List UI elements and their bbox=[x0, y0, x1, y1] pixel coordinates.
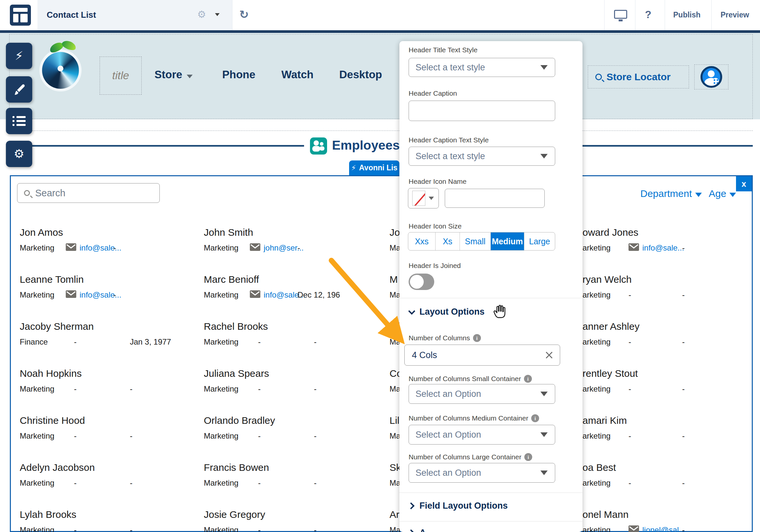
employee-name: Rachel Brooks bbox=[204, 321, 268, 332]
employee-details-row: Marketing-- bbox=[204, 431, 388, 443]
store-locator[interactable]: Store Locator bbox=[588, 66, 689, 88]
employee-name: M bbox=[390, 274, 398, 285]
columns-small-container-select[interactable]: Select an Option bbox=[408, 384, 555, 404]
employee-department: arketing bbox=[583, 243, 610, 253]
header-caption-text-style-select[interactable]: Select a text style bbox=[408, 147, 555, 166]
columns-large-container-select[interactable]: Select an Option bbox=[408, 463, 555, 483]
nav-item-phone[interactable]: Phone bbox=[222, 69, 256, 81]
nav-item-desktop[interactable]: Desktop bbox=[339, 69, 382, 81]
chevron-down-icon bbox=[429, 197, 434, 200]
employee-details-row: Marketinginfo@sale...- bbox=[20, 243, 204, 255]
info-icon[interactable]: i bbox=[531, 414, 539, 422]
divider bbox=[400, 521, 583, 521]
employee-department: Marketing bbox=[204, 290, 238, 300]
icon-size-xs-button[interactable]: Xs bbox=[435, 232, 459, 250]
employee-field-value: - bbox=[314, 337, 316, 347]
employee-name: John Smith bbox=[204, 227, 253, 238]
icon-size-small-button[interactable]: Small bbox=[459, 232, 491, 250]
rail-pages-button[interactable] bbox=[6, 108, 32, 134]
field-label: Header Title Text Style bbox=[408, 46, 478, 54]
employee-details-row: arketinglionel@sal...- bbox=[583, 525, 760, 532]
refresh-icon[interactable]: ↻ bbox=[239, 8, 249, 21]
employee-details-row: Finance-Jan 3, 1977 bbox=[20, 337, 204, 349]
employee-department: Ma bbox=[390, 337, 401, 347]
employee-name: Jon Amos bbox=[20, 227, 63, 238]
nav-item-store[interactable]: Store bbox=[155, 69, 193, 81]
help-icon[interactable]: ? bbox=[645, 9, 651, 21]
employee-department: arketing bbox=[583, 478, 610, 488]
preview-button[interactable]: Preview bbox=[721, 11, 749, 20]
rail-components-button[interactable]: ⚡ bbox=[6, 43, 32, 69]
info-icon[interactable]: i bbox=[524, 453, 532, 461]
divider bbox=[400, 298, 583, 298]
rail-settings-button[interactable]: ⚙ bbox=[6, 141, 32, 167]
field-layout-options-section-header[interactable]: Field Layout Options bbox=[408, 501, 508, 511]
info-icon[interactable]: i bbox=[524, 375, 532, 383]
badge-label: Avonni Lis bbox=[359, 164, 398, 172]
employee-department: arketing bbox=[583, 525, 610, 532]
icon-size-medium-button[interactable]: Medium bbox=[491, 232, 524, 250]
employee-field-value: - bbox=[629, 384, 631, 394]
layout-options-section-header[interactable]: Layout Options bbox=[408, 307, 485, 317]
employee-name: Ar bbox=[390, 509, 400, 520]
employee-email-link[interactable]: info@sale... bbox=[642, 243, 684, 253]
employee-name: rentley Stout bbox=[583, 368, 638, 379]
number-of-columns-input[interactable]: 4 Cols bbox=[404, 345, 560, 365]
employee-field-value: Jan 3, 1977 bbox=[130, 337, 171, 347]
page-settings-gear-icon[interactable]: ⚙ bbox=[197, 9, 206, 20]
employee-field-value: - bbox=[629, 290, 631, 300]
employee-details-row: arketinginfo@sale...- bbox=[583, 243, 760, 255]
employee-details-row: arketing-- bbox=[583, 290, 760, 302]
chevron-down-icon bbox=[187, 74, 193, 78]
header-title-text-style-select[interactable]: Select a text style bbox=[408, 58, 555, 77]
page-dropdown-caret-icon[interactable] bbox=[215, 13, 219, 16]
info-icon[interactable]: i bbox=[473, 334, 481, 342]
field-label: Header Icon Size bbox=[408, 222, 461, 230]
chevron-down-icon bbox=[541, 65, 547, 70]
avatar-icon[interactable] bbox=[700, 66, 722, 88]
email-icon bbox=[629, 525, 639, 532]
list-icon bbox=[13, 116, 25, 126]
employee-field-value: - bbox=[298, 243, 300, 253]
partial-section-header[interactable]: A bbox=[408, 528, 426, 532]
publish-button[interactable]: Publish bbox=[673, 11, 700, 20]
employee-field-value: - bbox=[74, 431, 76, 441]
builder-home-icon[interactable] bbox=[10, 5, 31, 25]
employee-details-row: Marketing-- bbox=[204, 478, 388, 490]
section-divider-outline bbox=[9, 130, 753, 131]
header-is-joined-toggle[interactable] bbox=[408, 273, 434, 290]
page-selector[interactable]: Contact List ⚙ bbox=[37, 0, 232, 30]
rail-theme-button[interactable] bbox=[6, 76, 32, 103]
employee-department: Marketing bbox=[204, 525, 238, 532]
employee-grid: Jon AmosMarketinginfo@sale...-Leanne Tom… bbox=[11, 176, 752, 531]
employee-department: Marketing bbox=[20, 290, 54, 300]
lightning-icon: ⚡ bbox=[351, 164, 356, 172]
clear-icon[interactable] bbox=[545, 351, 553, 360]
header-icon-name-input[interactable] bbox=[445, 189, 545, 208]
employee-name: Francis Bowen bbox=[204, 462, 269, 473]
employee-field-value: - bbox=[114, 243, 116, 253]
icon-size-large-button[interactable]: Large bbox=[524, 232, 555, 250]
employee-field-value: - bbox=[258, 337, 261, 347]
field-label: Number of Columns Small Containeri bbox=[408, 375, 532, 383]
employee-list-component[interactable]: x Search DepartmentAge Jon AmosMarketing… bbox=[10, 175, 753, 532]
employee-name: Jacoby Sherman bbox=[20, 321, 94, 332]
employee-field-value: - bbox=[314, 384, 316, 394]
top-bar: Contact List ⚙ ↻ ? Publish Preview bbox=[0, 0, 760, 30]
title-placeholder-box[interactable]: title bbox=[100, 57, 142, 95]
nav-item-watch[interactable]: Watch bbox=[281, 69, 313, 81]
icon-size-xxs-button[interactable]: Xxs bbox=[408, 232, 435, 250]
device-preview-icon[interactable] bbox=[614, 10, 627, 19]
columns-medium-container-select[interactable]: Select an Option bbox=[408, 425, 555, 445]
chevron-right-icon bbox=[407, 503, 414, 509]
account-avatar-box[interactable] bbox=[694, 65, 729, 89]
component-settings-panel: Header Title Text Style Select a text st… bbox=[400, 41, 583, 532]
avonni-component-badge[interactable]: ⚡ Avonni Lis bbox=[349, 161, 400, 175]
store-logo[interactable] bbox=[42, 52, 79, 89]
employee-email-link[interactable]: lionel@sal... bbox=[642, 525, 686, 532]
header-caption-input[interactable] bbox=[408, 101, 555, 121]
employee-field-value: - bbox=[114, 290, 116, 300]
icon-color-picker-button[interactable] bbox=[408, 188, 439, 209]
divider bbox=[635, 0, 636, 30]
employee-details-row: Marketing-- bbox=[204, 525, 388, 532]
